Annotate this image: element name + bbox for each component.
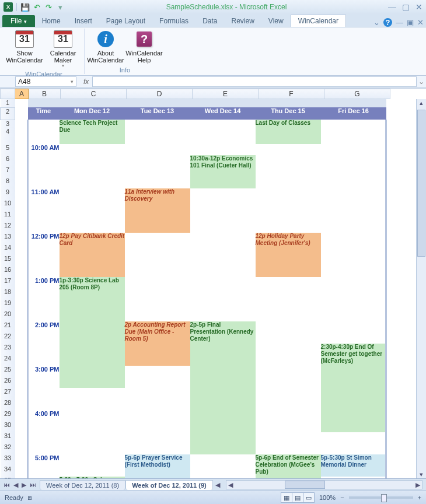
qat-dropdown-icon[interactable]: ▾ <box>55 2 65 12</box>
event-stsimon[interactable]: 5p-5:30p St Simon Memorial Dinner <box>321 454 386 477</box>
zoom-slider[interactable] <box>349 496 413 499</box>
event-mcgees[interactable]: 5p-6p End of Semester Celebration (McGee… <box>256 454 321 478</box>
col-header-D[interactable]: D <box>127 89 193 99</box>
save-icon[interactable]: 💾 <box>20 2 30 12</box>
event-mcfarleys[interactable]: 2:30p-4:30p End Of Semester get together… <box>321 344 386 432</box>
row-header[interactable]: 11 <box>1 211 15 222</box>
window-minimize-icon[interactable]: — <box>396 18 403 27</box>
calendar-maker-button[interactable]: 31 Calendar Maker ▾ <box>44 29 82 70</box>
row-header[interactable]: 22 <box>1 332 15 344</box>
row-header[interactable]: 29 <box>1 410 15 421</box>
event-citibank[interactable]: 12p Pay Citibank Credit Card <box>60 233 125 277</box>
row-header[interactable]: 4 <box>1 128 15 144</box>
row-header[interactable]: 9 <box>1 188 15 200</box>
row-header[interactable]: 7 <box>1 166 15 177</box>
undo-icon[interactable]: ↶ <box>32 2 41 12</box>
row-header[interactable]: 3 <box>1 120 15 128</box>
row-header[interactable]: 5 <box>1 144 15 155</box>
zoom-level[interactable]: 100% <box>319 494 336 501</box>
row-header[interactable]: 32 <box>1 443 15 454</box>
tab-view[interactable]: View <box>261 15 291 27</box>
col-header-B[interactable]: B <box>29 89 61 99</box>
event-final-presentation[interactable]: 2p-5p Final Presentation (Kennedy Center… <box>190 321 256 454</box>
tab-wincalendar[interactable]: WinCalendar <box>291 15 346 27</box>
tab-formulas[interactable]: Formulas <box>152 15 195 27</box>
row-header[interactable]: 6 <box>1 155 15 166</box>
tab-data[interactable]: Data <box>195 15 224 27</box>
window-close-icon[interactable]: ✕ <box>417 18 424 27</box>
vertical-scrollbar[interactable]: ▴ ▾ <box>416 99 426 478</box>
row-header[interactable]: 8 <box>1 177 15 188</box>
tab-insert[interactable]: Insert <box>68 15 99 27</box>
horizontal-scrollbar[interactable]: ◀ ▶ <box>226 480 422 489</box>
show-wincalendar-button[interactable]: 31 Show WinCalendar <box>6 29 43 65</box>
row-header[interactable]: 35 <box>1 477 15 478</box>
col-header-F[interactable]: F <box>259 89 324 99</box>
event-foundation[interactable]: 5:30p-7:30p Science Foundation Dinner <box>60 477 125 478</box>
row-header[interactable]: 23 <box>1 344 15 355</box>
event-accounting[interactable]: 2p Accounting Report Due (Main Office - … <box>125 321 190 366</box>
row-header[interactable]: 20 <box>1 310 15 321</box>
event-interview[interactable]: 11a Interview with Discovery <box>125 188 190 233</box>
sheet-tab-active[interactable]: Week of Dec 12, 2011 (9) <box>125 480 213 490</box>
formula-bar[interactable] <box>92 76 417 87</box>
row-header[interactable]: 30 <box>1 421 15 432</box>
event-holiday-party[interactable]: 12p Holiday Party Meeting (Jennifer's) <box>256 233 321 277</box>
view-buttons[interactable]: ▦▤▭ <box>281 492 315 503</box>
row-header[interactable]: 34 <box>1 466 15 477</box>
event-economics-final[interactable]: 10:30a-12p Economics 101 Final (Cueter H… <box>190 155 256 188</box>
event-science-lab[interactable]: 1p-3:30p Science Lab 205 (Room 8P) <box>60 277 125 388</box>
event-last-day[interactable]: Last Day of Classes <box>256 120 321 144</box>
row-header[interactable]: 19 <box>1 299 15 310</box>
next-sheet-icon[interactable]: ▶ <box>20 481 27 489</box>
zoom-in-icon[interactable]: + <box>418 494 421 501</box>
event-prayer[interactable]: 5p-6p Prayer Service (First Methodist) <box>125 454 190 478</box>
col-header-G[interactable]: G <box>324 89 390 99</box>
tab-home[interactable]: Home <box>35 15 68 27</box>
row-header[interactable]: 25 <box>1 366 15 377</box>
tab-page-layout[interactable]: Page Layout <box>99 15 152 27</box>
select-all-corner[interactable] <box>0 89 15 99</box>
row-header[interactable]: 10 <box>1 200 15 211</box>
redo-icon[interactable]: ↷ <box>44 2 53 12</box>
zoom-out-icon[interactable]: − <box>340 494 344 501</box>
minimize-icon[interactable]: — <box>388 2 396 12</box>
col-header-C[interactable]: C <box>61 89 127 99</box>
row-header[interactable]: 17 <box>1 277 15 288</box>
prev-sheet-icon[interactable]: ◀ <box>12 481 19 489</box>
row-header[interactable]: 15 <box>1 255 15 266</box>
row-header[interactable]: 16 <box>1 266 15 277</box>
row-header[interactable]: 12 <box>1 222 15 233</box>
row-header[interactable]: 1 <box>1 99 15 107</box>
name-box[interactable]: A48▾ <box>15 76 76 87</box>
help-icon[interactable]: ? <box>383 18 392 27</box>
row-header[interactable]: 28 <box>1 399 15 410</box>
minimize-ribbon-icon[interactable]: ⌄ <box>373 18 380 27</box>
event-science-project[interactable]: Science Tech Project Due <box>60 120 125 144</box>
last-sheet-icon[interactable]: ⏭ <box>29 481 37 489</box>
row-header[interactable]: 14 <box>1 244 15 255</box>
close-icon[interactable]: ✕ <box>415 2 422 12</box>
row-header[interactable]: 2 <box>1 107 15 120</box>
col-header-E[interactable]: E <box>193 89 259 99</box>
row-header[interactable]: 21 <box>1 321 15 332</box>
row-header[interactable]: 24 <box>1 355 15 366</box>
row-header[interactable]: 26 <box>1 377 15 388</box>
sheet-tab-scroll[interactable]: ◀ <box>213 481 222 489</box>
file-tab[interactable]: File ▾ <box>2 15 35 27</box>
row-header[interactable]: 33 <box>1 454 15 466</box>
row-header[interactable]: 18 <box>1 288 15 299</box>
col-header-A[interactable]: A <box>15 89 29 99</box>
tab-review[interactable]: Review <box>224 15 261 27</box>
formula-expand-icon[interactable]: ⌄ <box>417 78 426 86</box>
row-header[interactable]: 27 <box>1 388 15 399</box>
worksheet-area[interactable]: A B C D E F G 1 2 <box>0 88 426 478</box>
first-sheet-icon[interactable]: ⏮ <box>2 481 11 489</box>
sheet-tab-prev[interactable]: Week of Dec 12, 2011 (8) <box>40 480 125 490</box>
wincalendar-help-button[interactable]: ? WinCalendar Help <box>125 29 163 65</box>
row-header[interactable]: 31 <box>1 432 15 443</box>
row-header[interactable]: 13 <box>1 233 15 244</box>
maximize-icon[interactable]: ▢ <box>402 2 410 12</box>
fx-icon[interactable]: fx <box>83 78 89 86</box>
window-restore-icon[interactable]: ▣ <box>407 18 414 27</box>
